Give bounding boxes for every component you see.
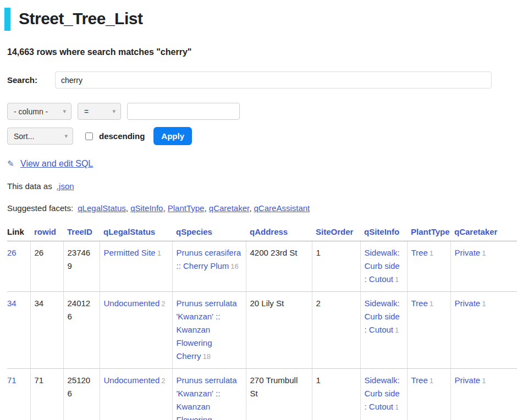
column-header-qaddress: qAddress <box>246 224 312 241</box>
facet-value-link[interactable]: Private <box>455 248 481 257</box>
table-row: 26 26 237469 Permitted Site1 Prunus cera… <box>7 241 517 292</box>
filter-value-input[interactable] <box>127 103 240 120</box>
column-header-qspecies: qSpecies <box>172 224 246 241</box>
cell-treeid: 251206 <box>63 369 100 420</box>
facet-value-link[interactable]: Tree <box>411 299 428 308</box>
facet-value-link[interactable]: Tree <box>411 375 428 385</box>
data-as-label: This data as <box>7 181 52 191</box>
column-header-planttype: PlantType <box>407 224 450 241</box>
sort-by-rowid[interactable]: rowid <box>34 227 56 236</box>
row-link[interactable]: 26 <box>7 248 16 257</box>
cell-treeid: 240126 <box>63 292 100 369</box>
sort-by-treeid[interactable]: TreeID <box>67 227 92 236</box>
cell-qsiteinfo: Sidewalk: Curb side : Cutout1 <box>360 241 407 292</box>
json-export-link[interactable]: .json <box>57 181 74 191</box>
operator-select-value: = <box>84 107 89 116</box>
row-link[interactable]: 34 <box>7 299 16 308</box>
facet-count: 2 <box>161 300 165 308</box>
cell-qlegalstatus: Permitted Site1 <box>100 241 172 292</box>
cell-rowid: 71 <box>30 369 63 420</box>
facet-link-planttype[interactable]: PlantType <box>168 203 205 213</box>
search-input[interactable] <box>55 71 492 89</box>
sort-by-planttype[interactable]: PlantType <box>411 227 450 236</box>
column-header-qcaretaker: qCaretaker <box>450 224 517 241</box>
facet-count: 18 <box>203 352 211 361</box>
cell-qlegalstatus: Undocumented2 <box>100 369 172 420</box>
results-table: Link rowid TreeID qLegalStatus qSpecies … <box>7 224 517 420</box>
facet-count: 1 <box>395 275 399 284</box>
cell-qspecies: Prunus cerasifera :: Cherry Plum16 <box>172 241 246 292</box>
facet-count: 1 <box>395 403 399 411</box>
sort-by-qlegalstatus[interactable]: qLegalStatus <box>103 227 155 236</box>
cell-qspecies: Prunus serrulata 'Kwanzan' :: Kwanzan Fl… <box>172 292 246 369</box>
page-title: Street_Tree_List <box>4 8 517 31</box>
apply-button[interactable]: Apply <box>153 127 192 145</box>
cell-planttype: Tree1 <box>407 241 450 292</box>
facet-link-qsiteinfo[interactable]: qSiteInfo <box>130 203 163 213</box>
column-header-treeid: TreeID <box>63 224 100 241</box>
column-header-link: Link <box>7 224 30 241</box>
cell-qspecies: Prunus serrulata 'Kwanzan' :: Kwanzan Fl… <box>172 369 246 420</box>
row-link[interactable]: 71 <box>7 375 16 385</box>
cell-rowid: 26 <box>30 241 63 292</box>
sort-by-qaddress[interactable]: qAddress <box>250 227 288 236</box>
sort-by-qcaretaker[interactable]: qCaretaker <box>454 227 497 236</box>
facet-value-link[interactable]: Tree <box>411 248 428 257</box>
cell-link: 71 <box>7 369 30 420</box>
sort-by-qspecies[interactable]: qSpecies <box>176 227 212 236</box>
facet-value-link[interactable]: Prunus serrulata 'Kwanzan' :: Kwanzan Fl… <box>177 299 237 361</box>
descending-checkbox[interactable] <box>85 132 93 140</box>
cell-link: 26 <box>7 241 30 292</box>
table-row: 34 34 240126 Undocumented2 Prunus serrul… <box>7 292 517 369</box>
view-edit-sql-link[interactable]: View and edit SQL <box>20 159 93 168</box>
sort-by-qsiteinfo[interactable]: qSiteInfo <box>364 227 399 236</box>
cell-siteorder: 1 <box>312 241 360 292</box>
facet-link-qcareassistant[interactable]: qCareAssistant <box>254 203 310 213</box>
cell-qcaretaker: Private1 <box>450 292 517 369</box>
column-header-siteorder: SiteOrder <box>312 224 360 241</box>
cell-qcaretaker: Private1 <box>450 241 517 292</box>
facet-count: 1 <box>157 249 161 257</box>
column-header-qsiteinfo: qSiteInfo <box>360 224 407 241</box>
facet-value-link[interactable]: Private <box>455 299 481 308</box>
column-select-value: - column - <box>14 107 48 116</box>
cell-planttype: Tree1 <box>407 292 450 369</box>
cell-qsiteinfo: Sidewalk: Curb side : Cutout1 <box>360 369 407 420</box>
facet-count: 1 <box>430 377 433 385</box>
column-header-qlegalstatus: qLegalStatus <box>100 224 172 241</box>
facet-value-link[interactable]: Prunus serrulata 'Kwanzan' :: Kwanzan Fl… <box>177 375 237 420</box>
sort-select[interactable]: Sort... ▾ <box>7 128 73 145</box>
cell-planttype: Tree1 <box>407 369 450 420</box>
table-header-row: Link rowid TreeID qLegalStatus qSpecies … <box>7 224 517 241</box>
facet-value-link[interactable]: Undocumented <box>104 299 160 308</box>
facet-value-link[interactable]: Permitted Site <box>104 248 156 257</box>
cell-qaddress: 4200 23rd St <box>246 241 312 292</box>
facet-count: 1 <box>482 300 486 308</box>
row-count-summary: 14,663 rows where search matches "cherry… <box>7 47 510 57</box>
descending-label: descending <box>99 131 145 141</box>
chevron-down-icon: ▾ <box>63 108 66 115</box>
facet-link-qlegalstatus[interactable]: qLegalStatus <box>78 203 126 213</box>
facet-value-link[interactable]: Undocumented <box>104 375 160 385</box>
sort-select-value: Sort... <box>14 132 34 141</box>
cell-qaddress: 270 Trumbull St <box>246 369 312 420</box>
column-select[interactable]: - column - ▾ <box>7 103 72 120</box>
cell-link: 34 <box>7 292 30 369</box>
facet-count: 1 <box>482 377 486 385</box>
facet-value-link[interactable]: Private <box>455 375 481 385</box>
data-export-row: This data as .json <box>7 181 517 191</box>
cell-qaddress: 20 Lily St <box>246 292 312 369</box>
operator-select[interactable]: = ▾ <box>78 103 121 120</box>
facet-count: 1 <box>430 249 433 257</box>
cell-qcaretaker: Private1 <box>450 369 517 420</box>
facets-label: Suggested facets: <box>7 203 73 213</box>
sql-row: ✎ View and edit SQL <box>7 159 517 169</box>
cell-treeid: 237469 <box>63 241 100 292</box>
cell-qsiteinfo: Sidewalk: Curb side : Cutout1 <box>360 292 407 369</box>
facet-count: 1 <box>430 300 433 308</box>
facet-link-qcaretaker[interactable]: qCaretaker <box>209 203 249 213</box>
facet-count: 1 <box>482 249 486 257</box>
sort-by-siteorder[interactable]: SiteOrder <box>316 227 353 236</box>
search-label: Search: <box>7 75 55 85</box>
table-row: 71 71 251206 Undocumented2 Prunus serrul… <box>7 369 517 420</box>
